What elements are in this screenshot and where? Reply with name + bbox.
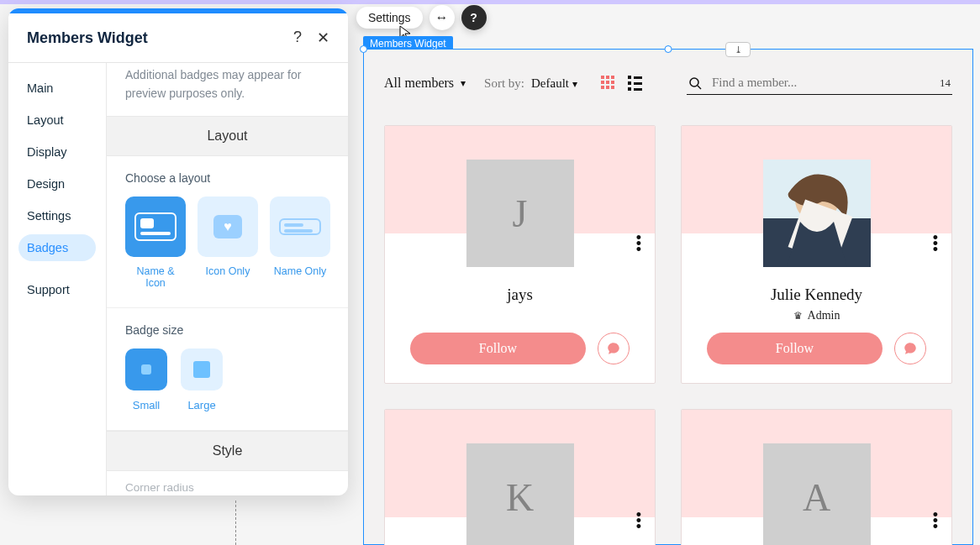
chat-icon bbox=[606, 341, 621, 356]
resize-handle-tc[interactable] bbox=[665, 45, 672, 53]
members-filter-dropdown[interactable]: All members ▾ bbox=[384, 76, 466, 91]
member-card: ••• Julie Kennedy Admin Follow bbox=[681, 125, 952, 384]
help-toolbar-icon[interactable]: ? bbox=[461, 5, 487, 30]
open-settings-button[interactable]: Settings bbox=[356, 7, 423, 29]
members-widget-frame[interactable]: ⤓ All members ▾ Sort by: Default ▾ bbox=[363, 49, 973, 545]
svg-line-1 bbox=[698, 86, 701, 89]
name-only-icon bbox=[279, 218, 321, 235]
panel-title: Members Widget bbox=[27, 29, 148, 47]
badge-size-label: Badge size bbox=[125, 323, 329, 337]
help-icon[interactable]: ? bbox=[293, 29, 302, 47]
stretch-icon[interactable]: ↔ bbox=[429, 5, 455, 30]
chevron-down-icon: ▾ bbox=[572, 78, 577, 90]
settings-sidebar: Main Layout Display Design Settings Badg… bbox=[8, 63, 107, 495]
card-menu-icon[interactable]: ••• bbox=[636, 235, 641, 254]
corner-radius-label: Corner radius bbox=[107, 471, 348, 495]
size-option-small[interactable]: Small bbox=[125, 348, 167, 411]
sort-by-label: Sort by: bbox=[484, 76, 524, 91]
avatar: K bbox=[466, 443, 574, 545]
member-card: J ••• jays Follow bbox=[384, 125, 656, 384]
chat-button[interactable] bbox=[894, 333, 926, 364]
member-name: jays bbox=[385, 286, 655, 304]
style-section-header: Style bbox=[107, 431, 348, 471]
card-menu-icon[interactable]: ••• bbox=[636, 512, 641, 531]
sort-by-dropdown[interactable]: Default ▾ bbox=[531, 76, 577, 91]
close-icon[interactable]: ✕ bbox=[317, 29, 329, 47]
member-search[interactable]: 14 bbox=[687, 71, 952, 95]
sidebar-item-support[interactable]: Support bbox=[18, 276, 96, 303]
avatar: A bbox=[763, 443, 871, 545]
admin-crown-icon bbox=[793, 309, 803, 322]
chevron-down-icon: ▾ bbox=[461, 77, 466, 90]
follow-button[interactable]: Follow bbox=[707, 333, 883, 364]
sidebar-item-layout[interactable]: Layout bbox=[18, 107, 96, 134]
layout-option-name-only[interactable]: Name Only bbox=[270, 197, 330, 289]
sidebar-item-main[interactable]: Main bbox=[18, 75, 96, 102]
grid-view-icon[interactable] bbox=[601, 76, 614, 91]
card-menu-icon[interactable]: ••• bbox=[933, 235, 938, 254]
list-view-icon[interactable] bbox=[628, 76, 642, 91]
member-role: Admin bbox=[682, 309, 951, 322]
sidebar-item-display[interactable]: Display bbox=[18, 139, 96, 165]
badges-hint: Additional badges may appear for preview… bbox=[107, 63, 348, 116]
layout-option-name-and-icon[interactable]: Name & Icon bbox=[125, 197, 186, 289]
widget-settings-panel: Members Widget ? ✕ Main Layout Display D… bbox=[8, 8, 348, 495]
sidebar-item-design[interactable]: Design bbox=[18, 170, 96, 197]
member-count: 14 bbox=[940, 76, 951, 90]
name-and-icon-icon bbox=[134, 212, 177, 241]
download-handle-icon[interactable]: ⤓ bbox=[725, 42, 751, 57]
search-icon bbox=[688, 76, 702, 90]
choose-layout-label: Choose a layout bbox=[125, 171, 329, 185]
member-card: A ••• bbox=[681, 409, 952, 545]
layout-option-icon-only[interactable]: Icon Only bbox=[198, 197, 258, 289]
svg-point-0 bbox=[690, 78, 698, 86]
avatar bbox=[763, 160, 871, 267]
guide-line bbox=[235, 500, 236, 545]
icon-only-icon bbox=[213, 215, 242, 238]
layout-section-header: Layout bbox=[107, 116, 348, 156]
sidebar-item-badges[interactable]: Badges bbox=[18, 234, 96, 261]
chat-button[interactable] bbox=[598, 333, 630, 364]
member-name: Julie Kennedy bbox=[682, 286, 951, 304]
avatar: J bbox=[466, 160, 574, 267]
search-input[interactable] bbox=[710, 75, 895, 91]
resize-handle-tl[interactable] bbox=[360, 45, 367, 53]
chat-icon bbox=[903, 341, 918, 356]
member-card: K ••• bbox=[384, 409, 656, 545]
sidebar-item-settings[interactable]: Settings bbox=[18, 202, 96, 229]
size-option-large[interactable]: Large bbox=[181, 348, 223, 411]
card-menu-icon[interactable]: ••• bbox=[933, 512, 938, 531]
follow-button[interactable]: Follow bbox=[410, 333, 586, 364]
